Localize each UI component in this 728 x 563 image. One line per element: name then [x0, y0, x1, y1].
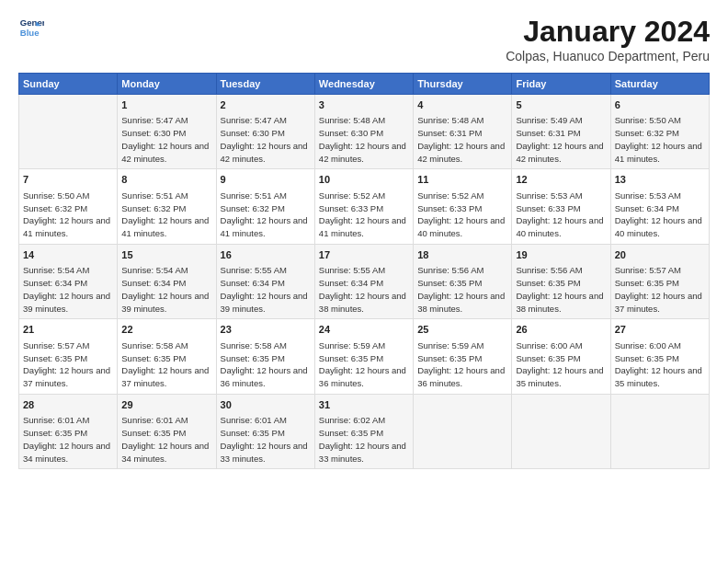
day-info: Sunrise: 5:50 AM Sunset: 6:32 PM Dayligh…: [615, 114, 705, 165]
day-number: 24: [319, 323, 409, 337]
day-number: 27: [615, 323, 705, 337]
day-info: Sunrise: 5:54 AM Sunset: 6:34 PM Dayligh…: [23, 264, 113, 315]
day-number: 17: [319, 248, 409, 262]
day-info: Sunrise: 5:51 AM Sunset: 6:32 PM Dayligh…: [121, 190, 211, 240]
day-number: 22: [121, 323, 211, 337]
day-number: 6: [615, 98, 705, 112]
calendar-cell: 16Sunrise: 5:55 AM Sunset: 6:34 PM Dayli…: [216, 244, 314, 318]
col-saturday: Saturday: [610, 74, 709, 95]
calendar-cell: 5Sunrise: 5:49 AM Sunset: 6:31 PM Daylig…: [512, 95, 610, 169]
calendar-cell: 17Sunrise: 5:55 AM Sunset: 6:34 PM Dayli…: [314, 244, 413, 318]
calendar-cell: 4Sunrise: 5:48 AM Sunset: 6:31 PM Daylig…: [414, 95, 512, 169]
day-info: Sunrise: 6:00 AM Sunset: 6:35 PM Dayligh…: [516, 339, 606, 390]
day-number: 10: [319, 173, 409, 187]
day-info: Sunrise: 5:48 AM Sunset: 6:31 PM Dayligh…: [417, 114, 507, 165]
calendar-cell: 1Sunrise: 5:47 AM Sunset: 6:30 PM Daylig…: [118, 95, 216, 169]
logo-icon: General Blue: [18, 15, 44, 40]
day-number: 11: [417, 173, 507, 187]
col-thursday: Thursday: [414, 74, 512, 95]
calendar-cell: [610, 394, 709, 468]
calendar-table: Sunday Monday Tuesday Wednesday Thursday…: [18, 73, 710, 469]
calendar-cell: 23Sunrise: 5:58 AM Sunset: 6:35 PM Dayli…: [216, 319, 314, 394]
day-number: 15: [121, 248, 211, 262]
day-info: Sunrise: 5:57 AM Sunset: 6:35 PM Dayligh…: [615, 264, 705, 315]
day-info: Sunrise: 5:55 AM Sunset: 6:34 PM Dayligh…: [221, 264, 311, 315]
day-number: 28: [23, 398, 113, 412]
logo: General Blue: [18, 15, 44, 40]
calendar-cell: 31Sunrise: 6:02 AM Sunset: 6:35 PM Dayli…: [314, 394, 413, 468]
day-number: 8: [121, 173, 211, 187]
calendar-cell: 26Sunrise: 6:00 AM Sunset: 6:35 PM Dayli…: [512, 319, 610, 394]
calendar-cell: 3Sunrise: 5:48 AM Sunset: 6:30 PM Daylig…: [314, 95, 413, 169]
calendar-row-1: 1Sunrise: 5:47 AM Sunset: 6:30 PM Daylig…: [19, 95, 710, 169]
day-info: Sunrise: 5:54 AM Sunset: 6:34 PM Dayligh…: [121, 264, 211, 315]
calendar-cell: 21Sunrise: 5:57 AM Sunset: 6:35 PM Dayli…: [19, 319, 118, 394]
calendar-cell: 30Sunrise: 6:01 AM Sunset: 6:35 PM Dayli…: [216, 394, 314, 468]
calendar-cell: 20Sunrise: 5:57 AM Sunset: 6:35 PM Dayli…: [610, 244, 709, 318]
day-info: Sunrise: 5:59 AM Sunset: 6:35 PM Dayligh…: [319, 339, 409, 390]
day-number: 23: [221, 323, 311, 337]
calendar-cell: [512, 394, 610, 468]
day-info: Sunrise: 5:50 AM Sunset: 6:32 PM Dayligh…: [23, 190, 113, 240]
calendar-cell: 7Sunrise: 5:50 AM Sunset: 6:32 PM Daylig…: [19, 169, 118, 244]
calendar-cell: 27Sunrise: 6:00 AM Sunset: 6:35 PM Dayli…: [610, 319, 709, 394]
day-number: 3: [319, 98, 409, 112]
day-number: 25: [417, 323, 507, 337]
day-info: Sunrise: 5:55 AM Sunset: 6:34 PM Dayligh…: [319, 264, 409, 315]
calendar-row-5: 28Sunrise: 6:01 AM Sunset: 6:35 PM Dayli…: [19, 394, 710, 468]
day-number: 26: [516, 323, 606, 337]
day-info: Sunrise: 5:58 AM Sunset: 6:35 PM Dayligh…: [121, 339, 211, 390]
calendar-cell: 15Sunrise: 5:54 AM Sunset: 6:34 PM Dayli…: [118, 244, 216, 318]
calendar-cell: 29Sunrise: 6:01 AM Sunset: 6:35 PM Dayli…: [118, 394, 216, 468]
day-info: Sunrise: 5:56 AM Sunset: 6:35 PM Dayligh…: [516, 264, 606, 315]
calendar-cell: [414, 394, 512, 468]
day-info: Sunrise: 5:47 AM Sunset: 6:30 PM Dayligh…: [121, 114, 211, 165]
title-area: January 2024 Colpas, Huanuco Department,…: [506, 15, 710, 63]
day-info: Sunrise: 5:48 AM Sunset: 6:30 PM Dayligh…: [319, 114, 409, 165]
day-info: Sunrise: 5:49 AM Sunset: 6:31 PM Dayligh…: [516, 114, 606, 165]
day-number: 19: [516, 248, 606, 262]
day-number: 20: [615, 248, 705, 262]
day-number: 5: [516, 98, 606, 112]
location-subtitle: Colpas, Huanuco Department, Peru: [506, 49, 710, 63]
svg-text:Blue: Blue: [20, 28, 40, 38]
calendar-cell: 2Sunrise: 5:47 AM Sunset: 6:30 PM Daylig…: [216, 95, 314, 169]
calendar-cell: [19, 95, 118, 169]
day-info: Sunrise: 5:56 AM Sunset: 6:35 PM Dayligh…: [417, 264, 507, 315]
calendar-cell: 6Sunrise: 5:50 AM Sunset: 6:32 PM Daylig…: [610, 95, 709, 169]
day-info: Sunrise: 6:01 AM Sunset: 6:35 PM Dayligh…: [221, 414, 311, 465]
day-number: 7: [23, 173, 113, 187]
day-info: Sunrise: 5:52 AM Sunset: 6:33 PM Dayligh…: [319, 190, 409, 240]
day-number: 12: [516, 173, 606, 187]
day-number: 30: [221, 398, 311, 412]
day-info: Sunrise: 5:52 AM Sunset: 6:33 PM Dayligh…: [417, 190, 507, 240]
day-info: Sunrise: 5:53 AM Sunset: 6:33 PM Dayligh…: [516, 190, 606, 240]
calendar-cell: 11Sunrise: 5:52 AM Sunset: 6:33 PM Dayli…: [414, 169, 512, 244]
col-friday: Friday: [512, 74, 610, 95]
day-number: 29: [121, 398, 211, 412]
day-info: Sunrise: 5:59 AM Sunset: 6:35 PM Dayligh…: [417, 339, 507, 390]
day-info: Sunrise: 5:57 AM Sunset: 6:35 PM Dayligh…: [23, 339, 113, 390]
calendar-row-2: 7Sunrise: 5:50 AM Sunset: 6:32 PM Daylig…: [19, 169, 710, 244]
day-number: 21: [23, 323, 113, 337]
col-wednesday: Wednesday: [314, 74, 413, 95]
day-info: Sunrise: 5:53 AM Sunset: 6:34 PM Dayligh…: [615, 190, 705, 240]
calendar-cell: 28Sunrise: 6:01 AM Sunset: 6:35 PM Dayli…: [19, 394, 118, 468]
day-info: Sunrise: 5:58 AM Sunset: 6:35 PM Dayligh…: [221, 339, 311, 390]
day-number: 31: [319, 398, 409, 412]
calendar-cell: 10Sunrise: 5:52 AM Sunset: 6:33 PM Dayli…: [314, 169, 413, 244]
header-row: Sunday Monday Tuesday Wednesday Thursday…: [19, 74, 710, 95]
day-number: 14: [23, 248, 113, 262]
calendar-cell: 25Sunrise: 5:59 AM Sunset: 6:35 PM Dayli…: [414, 319, 512, 394]
day-number: 13: [615, 173, 705, 187]
day-info: Sunrise: 6:01 AM Sunset: 6:35 PM Dayligh…: [23, 414, 113, 465]
day-number: 16: [221, 248, 311, 262]
calendar-cell: 19Sunrise: 5:56 AM Sunset: 6:35 PM Dayli…: [512, 244, 610, 318]
calendar-row-3: 14Sunrise: 5:54 AM Sunset: 6:34 PM Dayli…: [19, 244, 710, 318]
svg-text:General: General: [20, 17, 44, 28]
col-monday: Monday: [118, 74, 216, 95]
day-info: Sunrise: 5:47 AM Sunset: 6:30 PM Dayligh…: [221, 114, 311, 165]
calendar-cell: 13Sunrise: 5:53 AM Sunset: 6:34 PM Dayli…: [610, 169, 709, 244]
calendar-cell: 22Sunrise: 5:58 AM Sunset: 6:35 PM Dayli…: [118, 319, 216, 394]
day-info: Sunrise: 6:01 AM Sunset: 6:35 PM Dayligh…: [121, 414, 211, 465]
